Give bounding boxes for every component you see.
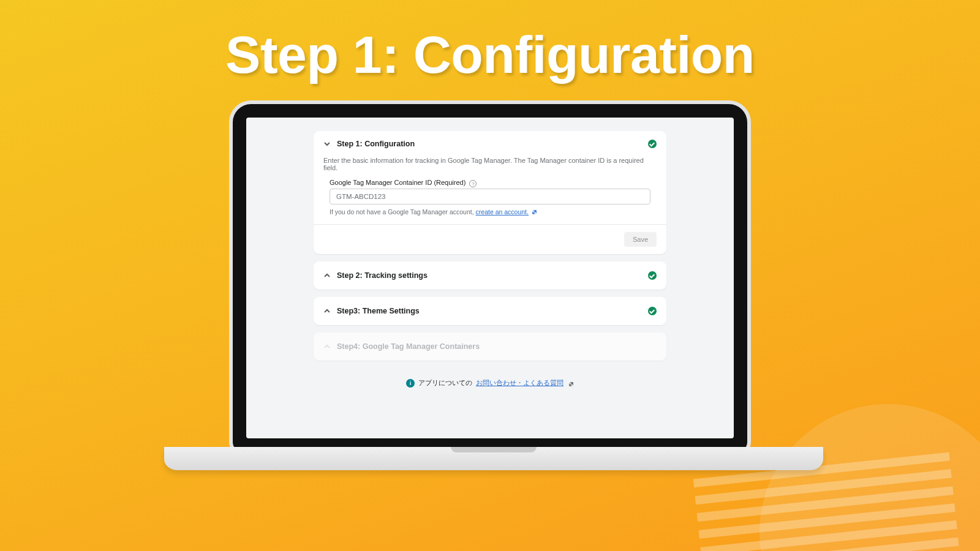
save-button[interactable]: Save — [624, 232, 657, 247]
chevron-up-icon — [323, 307, 331, 315]
step2-header[interactable]: Step 2: Tracking settings — [314, 261, 666, 290]
check-circle-icon — [648, 271, 657, 280]
help-icon[interactable]: ? — [469, 180, 477, 187]
check-circle-icon — [648, 140, 657, 148]
step1-title: Step 1: Configuration — [337, 140, 415, 148]
laptop-base — [164, 447, 823, 470]
step1-header[interactable]: Step 1: Configuration — [314, 131, 666, 157]
create-account-link[interactable]: create an account. — [476, 208, 529, 216]
footer-help-row: i アプリについてのお問い合わせ・よくある質問 — [314, 379, 666, 388]
external-link-icon — [532, 209, 537, 214]
step1-card: Step 1: Configuration Enter the basic in… — [314, 131, 666, 254]
step1-description: Enter the basic information for tracking… — [323, 157, 657, 171]
chevron-down-icon — [323, 140, 331, 148]
info-circle-icon: i — [406, 379, 415, 388]
footer-help-link[interactable]: お問い合わせ・よくある質問 — [476, 379, 564, 388]
laptop-frame: Step 1: Configuration Enter the basic in… — [229, 100, 751, 455]
step2-card: Step 2: Tracking settings — [314, 261, 666, 290]
app-screen: Step 1: Configuration Enter the basic in… — [246, 118, 734, 438]
step4-card: Step4: Google Tag Manager Containers — [314, 332, 666, 361]
container-id-helper: If you do not have a Google Tag Manager … — [330, 208, 650, 216]
step2-title: Step 2: Tracking settings — [337, 271, 428, 280]
step3-card: Step3: Theme Settings — [314, 297, 666, 325]
page-title: Step 1: Configuration — [0, 24, 980, 85]
step3-title: Step3: Theme Settings — [337, 307, 420, 315]
step4-title: Step4: Google Tag Manager Containers — [337, 342, 480, 351]
footer-prefix: アプリについての — [418, 379, 472, 388]
step3-header[interactable]: Step3: Theme Settings — [314, 297, 666, 325]
chevron-up-icon — [323, 272, 331, 279]
container-id-input[interactable] — [330, 189, 650, 204]
external-link-icon — [568, 381, 574, 386]
container-id-label: Google Tag Manager Container ID (Require… — [330, 179, 466, 186]
chevron-up-icon — [323, 343, 331, 350]
check-circle-icon — [648, 307, 657, 315]
